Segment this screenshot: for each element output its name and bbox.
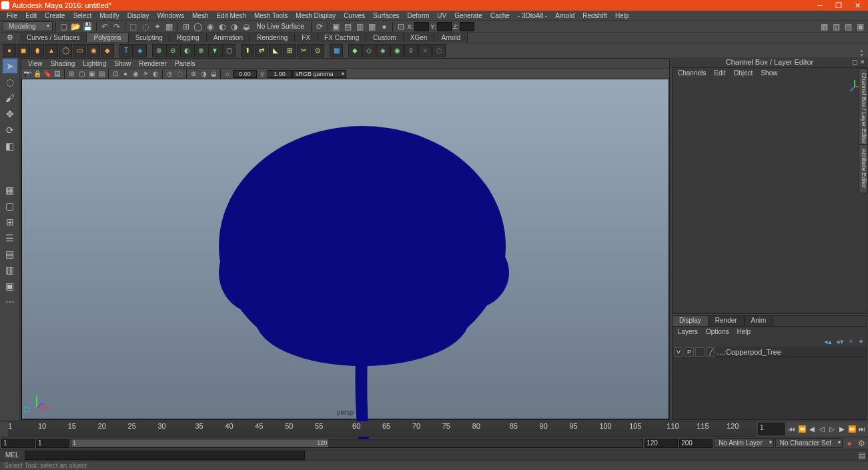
shelf-tab-xgen[interactable]: XGen (404, 33, 435, 42)
snap-grid-icon[interactable]: ⊞ (181, 21, 191, 32)
insert-edge-icon[interactable]: ⊞ (283, 44, 296, 57)
coord-z-field[interactable] (460, 22, 474, 31)
poly-cone-icon[interactable]: ▲ (45, 44, 58, 57)
lasso-tool-icon[interactable]: ◌ (3, 75, 17, 89)
bevel-icon[interactable]: ◣ (269, 44, 282, 57)
render-settings-icon[interactable]: ▥ (355, 21, 366, 32)
menu-3dtoall[interactable]: - 3DtoAll - (514, 12, 551, 19)
mirror-icon[interactable]: ▢ (222, 44, 236, 57)
sculpt-b-icon[interactable]: ◇ (362, 44, 376, 57)
paint-select-icon[interactable]: ✦ (152, 21, 163, 32)
command-language-label[interactable]: MEL (1, 451, 23, 459)
menu-deform[interactable]: Deform (404, 12, 434, 19)
menu-redshift[interactable]: Redshift (578, 12, 611, 19)
lasso-icon[interactable]: ◌ (140, 21, 151, 32)
timeline-ruler[interactable]: 1 10 15 20 25 30 35 40 45 50 55 60 65 70… (8, 421, 757, 437)
snap-live-icon[interactable]: ◒ (241, 21, 252, 32)
panel-menu-show[interactable]: Show (110, 60, 135, 67)
menu-help[interactable]: Help (611, 12, 633, 19)
shaded-icon[interactable]: ● (121, 69, 130, 79)
range-slider-track[interactable]: 1 120 (71, 439, 643, 448)
separate-icon[interactable]: ⊖ (166, 44, 179, 57)
render-view-icon[interactable]: ▦ (367, 21, 378, 32)
menu-arnold[interactable]: Arnold (551, 12, 578, 19)
range-handle[interactable]: 1 120 (71, 439, 328, 447)
maya-home-icon[interactable]: ⌂ (23, 403, 35, 415)
layout-more-icon[interactable]: ⋯ (3, 295, 17, 309)
menu-meshdisplay[interactable]: Mesh Display (292, 12, 340, 19)
layer-new-empty-icon[interactable]: ✧ (848, 337, 854, 346)
snap-view-icon[interactable]: ◑ (229, 21, 240, 32)
poly-cube-icon[interactable]: ◼ (17, 44, 30, 57)
shelf-tab-polygons[interactable]: Polygons (87, 33, 128, 42)
layer-tab-render[interactable]: Render (709, 316, 745, 326)
poly-torus-icon[interactable]: ◯ (59, 44, 72, 57)
open-scene-icon[interactable]: 📂 (71, 21, 81, 32)
bridge-icon[interactable]: ⇄ (255, 44, 268, 57)
lp-menu-help[interactable]: Help (733, 328, 755, 335)
gamma-field[interactable]: 1.00 (268, 70, 292, 78)
time-slider[interactable]: 1 10 15 20 25 30 35 40 45 50 55 60 65 70… (0, 421, 868, 437)
poly-plane-icon[interactable]: ▭ (73, 44, 86, 57)
close-panel-icon[interactable]: ✕ (860, 59, 867, 65)
snap-point-icon[interactable]: ◉ (205, 21, 215, 32)
ch-menu-edit[interactable]: Edit (710, 69, 729, 77)
select-all-icon[interactable]: ▦ (164, 21, 175, 32)
menu-meshtools[interactable]: Mesh Tools (250, 12, 292, 19)
select-camera-icon[interactable]: 📷 (23, 69, 32, 79)
layer-move-up-icon[interactable]: ◂▴ (824, 337, 832, 346)
sculpt-e-icon[interactable]: ◊ (404, 44, 418, 57)
minimize-button[interactable]: ─ (811, 0, 829, 11)
layer-name[interactable]: …:Copperpod_Tree (717, 348, 781, 356)
combine-icon[interactable]: ⊕ (152, 44, 165, 57)
poly-cylinder-icon[interactable]: ⬮ (31, 44, 44, 57)
shadows-icon[interactable]: ◐ (151, 69, 160, 79)
menu-editmesh[interactable]: Edit Mesh (212, 12, 250, 19)
shelf-tab-fxcaching[interactable]: FX Caching (318, 33, 366, 42)
side-tab-attribute-editor[interactable]: Attribute Editor (859, 144, 868, 193)
layout-d-icon[interactable]: ▣ (855, 21, 865, 32)
go-end-icon[interactable]: ⏭ (857, 425, 867, 434)
undo-icon[interactable]: ↶ (99, 21, 110, 32)
wireframe-icon[interactable]: ⊡ (111, 69, 120, 79)
uv-planar-icon[interactable]: ▦ (330, 44, 343, 57)
auto-key-icon[interactable]: ● (844, 438, 855, 449)
redo-icon[interactable]: ↷ (111, 21, 122, 32)
shelf-tab-animation[interactable]: Animation (207, 33, 250, 42)
sculpt-g-icon[interactable]: ◌ (432, 44, 446, 57)
layer-visibility-cell[interactable]: V (674, 347, 683, 357)
smooth-icon[interactable]: ◐ (180, 44, 193, 57)
layer-tab-anim[interactable]: Anim (745, 316, 774, 326)
shelf-tab-custom[interactable]: Custom (366, 33, 403, 42)
shelf-tab-rendering[interactable]: Rendering (250, 33, 295, 42)
grid-icon[interactable]: ⊞ (67, 69, 76, 79)
sculpt-d-icon[interactable]: ◉ (390, 44, 404, 57)
dock-icon[interactable]: ▢ (852, 59, 859, 65)
sculpt-a-icon[interactable]: ◆ (348, 44, 362, 57)
sculpt-f-icon[interactable]: ○ (418, 44, 432, 57)
xray-icon[interactable]: ◌ (175, 69, 184, 79)
sculpt-c-icon[interactable]: ◈ (376, 44, 390, 57)
use-lights-icon[interactable]: ☀ (141, 69, 150, 79)
layout-hyper-icon[interactable]: ▥ (3, 263, 17, 277)
shelf-tab-fx[interactable]: FX (295, 33, 318, 42)
menu-display[interactable]: Display (123, 12, 153, 19)
target-weld-icon[interactable]: ⊙ (311, 44, 324, 57)
film-gate-icon[interactable]: ▢ (77, 69, 86, 79)
coord-y-field[interactable] (437, 22, 452, 31)
multi-cut-icon[interactable]: ✂ (297, 44, 310, 57)
command-input[interactable] (25, 451, 305, 460)
panel-menu-shading[interactable]: Shading (47, 60, 79, 67)
lock-camera-icon[interactable]: 🔒 (33, 69, 42, 79)
range-in-field[interactable]: 1 (36, 439, 69, 448)
layout-script-icon[interactable]: ▣ (3, 279, 17, 293)
prefs-icon[interactable]: ⚙ (856, 438, 867, 449)
poly-svg-icon[interactable]: ◈ (133, 44, 147, 57)
extrude-icon[interactable]: ⬆ (241, 44, 254, 57)
menu-create[interactable]: Create (41, 12, 69, 19)
panel-menu-renderer[interactable]: Renderer (135, 60, 171, 67)
booleans-icon[interactable]: ⊗ (194, 44, 207, 57)
gate-mask-icon[interactable]: ▤ (97, 69, 106, 79)
panel-menu-view[interactable]: View (24, 60, 47, 67)
layout-single-icon[interactable]: ▢ (3, 199, 17, 213)
